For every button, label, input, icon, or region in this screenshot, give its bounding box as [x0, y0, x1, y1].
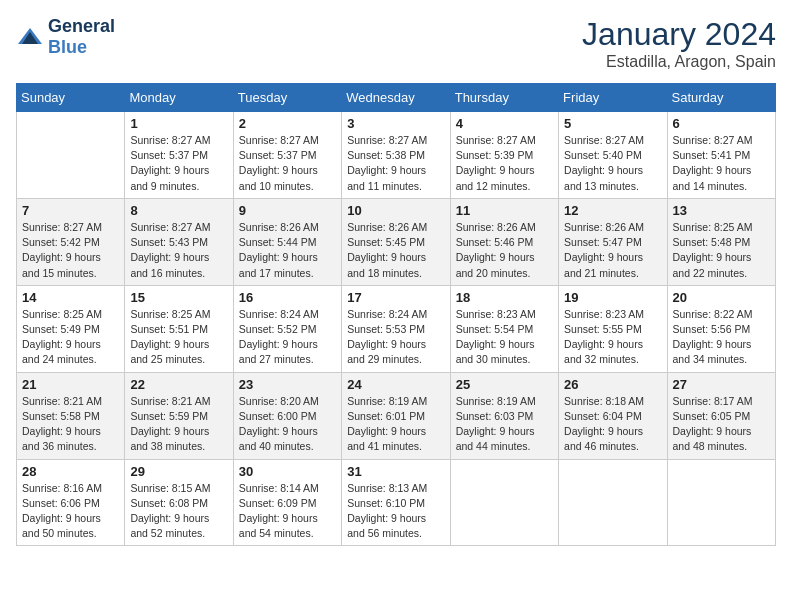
calendar-cell: 22Sunrise: 8:21 AMSunset: 5:59 PMDayligh…	[125, 372, 233, 459]
day-info: Sunrise: 8:25 AMSunset: 5:51 PMDaylight:…	[130, 307, 227, 368]
day-number: 18	[456, 290, 553, 305]
calendar-cell	[17, 112, 125, 199]
day-info: Sunrise: 8:19 AMSunset: 6:03 PMDaylight:…	[456, 394, 553, 455]
calendar-cell: 1Sunrise: 8:27 AMSunset: 5:37 PMDaylight…	[125, 112, 233, 199]
day-number: 10	[347, 203, 444, 218]
calendar-cell: 25Sunrise: 8:19 AMSunset: 6:03 PMDayligh…	[450, 372, 558, 459]
calendar-cell: 12Sunrise: 8:26 AMSunset: 5:47 PMDayligh…	[559, 198, 667, 285]
day-number: 3	[347, 116, 444, 131]
calendar-cell: 29Sunrise: 8:15 AMSunset: 6:08 PMDayligh…	[125, 459, 233, 546]
day-info: Sunrise: 8:27 AMSunset: 5:39 PMDaylight:…	[456, 133, 553, 194]
calendar-week-row: 28Sunrise: 8:16 AMSunset: 6:06 PMDayligh…	[17, 459, 776, 546]
calendar-cell: 18Sunrise: 8:23 AMSunset: 5:54 PMDayligh…	[450, 285, 558, 372]
col-header-tuesday: Tuesday	[233, 84, 341, 112]
day-number: 16	[239, 290, 336, 305]
day-info: Sunrise: 8:17 AMSunset: 6:05 PMDaylight:…	[673, 394, 770, 455]
day-info: Sunrise: 8:15 AMSunset: 6:08 PMDaylight:…	[130, 481, 227, 542]
col-header-wednesday: Wednesday	[342, 84, 450, 112]
calendar-cell: 9Sunrise: 8:26 AMSunset: 5:44 PMDaylight…	[233, 198, 341, 285]
calendar-header-row: SundayMondayTuesdayWednesdayThursdayFrid…	[17, 84, 776, 112]
col-header-sunday: Sunday	[17, 84, 125, 112]
calendar-cell: 11Sunrise: 8:26 AMSunset: 5:46 PMDayligh…	[450, 198, 558, 285]
day-info: Sunrise: 8:25 AMSunset: 5:49 PMDaylight:…	[22, 307, 119, 368]
day-number: 11	[456, 203, 553, 218]
day-info: Sunrise: 8:26 AMSunset: 5:44 PMDaylight:…	[239, 220, 336, 281]
calendar-cell: 23Sunrise: 8:20 AMSunset: 6:00 PMDayligh…	[233, 372, 341, 459]
day-info: Sunrise: 8:14 AMSunset: 6:09 PMDaylight:…	[239, 481, 336, 542]
day-number: 7	[22, 203, 119, 218]
day-info: Sunrise: 8:24 AMSunset: 5:53 PMDaylight:…	[347, 307, 444, 368]
calendar-cell: 7Sunrise: 8:27 AMSunset: 5:42 PMDaylight…	[17, 198, 125, 285]
calendar-cell: 3Sunrise: 8:27 AMSunset: 5:38 PMDaylight…	[342, 112, 450, 199]
calendar-cell: 10Sunrise: 8:26 AMSunset: 5:45 PMDayligh…	[342, 198, 450, 285]
day-number: 8	[130, 203, 227, 218]
calendar-cell	[450, 459, 558, 546]
day-info: Sunrise: 8:26 AMSunset: 5:47 PMDaylight:…	[564, 220, 661, 281]
calendar-week-row: 21Sunrise: 8:21 AMSunset: 5:58 PMDayligh…	[17, 372, 776, 459]
day-number: 25	[456, 377, 553, 392]
calendar-week-row: 14Sunrise: 8:25 AMSunset: 5:49 PMDayligh…	[17, 285, 776, 372]
day-number: 20	[673, 290, 770, 305]
day-number: 23	[239, 377, 336, 392]
day-info: Sunrise: 8:27 AMSunset: 5:43 PMDaylight:…	[130, 220, 227, 281]
day-info: Sunrise: 8:27 AMSunset: 5:38 PMDaylight:…	[347, 133, 444, 194]
day-number: 9	[239, 203, 336, 218]
month-title: January 2024	[582, 16, 776, 53]
day-info: Sunrise: 8:27 AMSunset: 5:41 PMDaylight:…	[673, 133, 770, 194]
day-info: Sunrise: 8:24 AMSunset: 5:52 PMDaylight:…	[239, 307, 336, 368]
day-info: Sunrise: 8:26 AMSunset: 5:46 PMDaylight:…	[456, 220, 553, 281]
day-number: 15	[130, 290, 227, 305]
calendar-cell	[667, 459, 775, 546]
col-header-friday: Friday	[559, 84, 667, 112]
logo-icon	[16, 26, 44, 48]
calendar-cell: 5Sunrise: 8:27 AMSunset: 5:40 PMDaylight…	[559, 112, 667, 199]
calendar-cell: 2Sunrise: 8:27 AMSunset: 5:37 PMDaylight…	[233, 112, 341, 199]
calendar-table: SundayMondayTuesdayWednesdayThursdayFrid…	[16, 83, 776, 546]
calendar-cell: 14Sunrise: 8:25 AMSunset: 5:49 PMDayligh…	[17, 285, 125, 372]
day-number: 13	[673, 203, 770, 218]
day-info: Sunrise: 8:18 AMSunset: 6:04 PMDaylight:…	[564, 394, 661, 455]
day-info: Sunrise: 8:19 AMSunset: 6:01 PMDaylight:…	[347, 394, 444, 455]
day-info: Sunrise: 8:21 AMSunset: 5:59 PMDaylight:…	[130, 394, 227, 455]
day-number: 26	[564, 377, 661, 392]
col-header-saturday: Saturday	[667, 84, 775, 112]
logo-general: General	[48, 16, 115, 36]
calendar-cell: 13Sunrise: 8:25 AMSunset: 5:48 PMDayligh…	[667, 198, 775, 285]
calendar-cell: 31Sunrise: 8:13 AMSunset: 6:10 PMDayligh…	[342, 459, 450, 546]
location-title: Estadilla, Aragon, Spain	[582, 53, 776, 71]
calendar-cell	[559, 459, 667, 546]
day-number: 1	[130, 116, 227, 131]
day-info: Sunrise: 8:27 AMSunset: 5:37 PMDaylight:…	[130, 133, 227, 194]
calendar-week-row: 1Sunrise: 8:27 AMSunset: 5:37 PMDaylight…	[17, 112, 776, 199]
day-number: 22	[130, 377, 227, 392]
day-number: 27	[673, 377, 770, 392]
day-info: Sunrise: 8:27 AMSunset: 5:42 PMDaylight:…	[22, 220, 119, 281]
day-number: 24	[347, 377, 444, 392]
day-number: 2	[239, 116, 336, 131]
day-info: Sunrise: 8:21 AMSunset: 5:58 PMDaylight:…	[22, 394, 119, 455]
calendar-cell: 30Sunrise: 8:14 AMSunset: 6:09 PMDayligh…	[233, 459, 341, 546]
calendar-cell: 26Sunrise: 8:18 AMSunset: 6:04 PMDayligh…	[559, 372, 667, 459]
day-number: 29	[130, 464, 227, 479]
day-number: 5	[564, 116, 661, 131]
logo-blue: Blue	[48, 37, 87, 57]
page-header: General Blue January 2024 Estadilla, Ara…	[16, 16, 776, 71]
day-info: Sunrise: 8:25 AMSunset: 5:48 PMDaylight:…	[673, 220, 770, 281]
day-info: Sunrise: 8:13 AMSunset: 6:10 PMDaylight:…	[347, 481, 444, 542]
day-number: 6	[673, 116, 770, 131]
day-number: 31	[347, 464, 444, 479]
calendar-cell: 6Sunrise: 8:27 AMSunset: 5:41 PMDaylight…	[667, 112, 775, 199]
day-info: Sunrise: 8:27 AMSunset: 5:37 PMDaylight:…	[239, 133, 336, 194]
calendar-cell: 28Sunrise: 8:16 AMSunset: 6:06 PMDayligh…	[17, 459, 125, 546]
day-number: 12	[564, 203, 661, 218]
col-header-thursday: Thursday	[450, 84, 558, 112]
day-info: Sunrise: 8:22 AMSunset: 5:56 PMDaylight:…	[673, 307, 770, 368]
day-info: Sunrise: 8:20 AMSunset: 6:00 PMDaylight:…	[239, 394, 336, 455]
day-number: 19	[564, 290, 661, 305]
calendar-week-row: 7Sunrise: 8:27 AMSunset: 5:42 PMDaylight…	[17, 198, 776, 285]
day-number: 28	[22, 464, 119, 479]
calendar-cell: 21Sunrise: 8:21 AMSunset: 5:58 PMDayligh…	[17, 372, 125, 459]
day-number: 17	[347, 290, 444, 305]
calendar-cell: 8Sunrise: 8:27 AMSunset: 5:43 PMDaylight…	[125, 198, 233, 285]
calendar-cell: 15Sunrise: 8:25 AMSunset: 5:51 PMDayligh…	[125, 285, 233, 372]
